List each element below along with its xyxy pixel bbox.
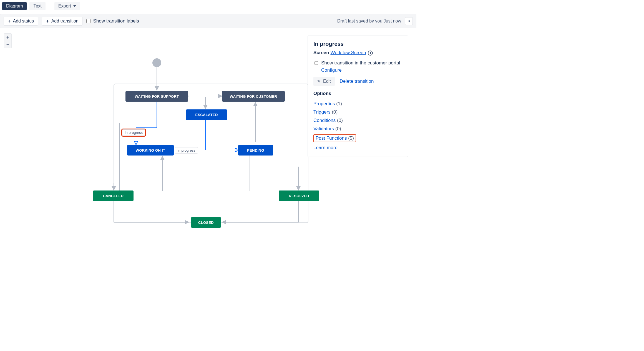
- option-properties: Properties (1): [313, 101, 402, 107]
- plus-icon: +: [46, 19, 49, 23]
- configure-link[interactable]: Configure: [321, 67, 342, 73]
- add-transition-label: Add transition: [51, 19, 79, 24]
- panel-actions: ✎ Edit Delete transition: [313, 77, 402, 86]
- option-learn-more: Learn more: [313, 145, 402, 151]
- add-transition-button[interactable]: + Add transition: [42, 17, 82, 26]
- conditions-link[interactable]: Conditions: [313, 118, 336, 123]
- post-functions-link[interactable]: Post Functions: [316, 136, 347, 141]
- options-heading: Options: [313, 91, 402, 98]
- double-chevron-icon: »: [407, 20, 411, 22]
- tab-diagram[interactable]: Diagram: [2, 2, 27, 10]
- collapse-panel-button[interactable]: »: [405, 17, 413, 25]
- post-functions-highlight: Post Functions (5): [313, 134, 356, 142]
- start-node[interactable]: [152, 58, 161, 67]
- node-working-on-it[interactable]: WORKING ON IT: [127, 145, 174, 156]
- add-status-button[interactable]: + Add status: [4, 17, 38, 26]
- chevron-down-icon: [73, 5, 76, 7]
- edit-label: Edit: [323, 79, 331, 84]
- node-canceled[interactable]: CANCELED: [93, 190, 134, 201]
- draft-status: Draft last saved by you,Just now: [337, 19, 401, 24]
- option-post-functions: Post Functions (5): [313, 134, 402, 142]
- transition-label-in-progress-selected[interactable]: In progress: [122, 129, 145, 136]
- add-status-label: Add status: [13, 19, 34, 24]
- options-list: Properties (1) Triggers (0) Conditions (…: [313, 101, 402, 151]
- node-waiting-for-customer[interactable]: WAITING FOR CUSTOMER: [222, 91, 285, 102]
- edit-button[interactable]: ✎ Edit: [313, 77, 335, 86]
- plus-icon: +: [8, 19, 11, 23]
- option-triggers: Triggers (0): [313, 109, 402, 115]
- node-closed[interactable]: CLOSED: [191, 217, 221, 228]
- option-validators: Validators (0): [313, 126, 402, 132]
- validators-count: (0): [335, 126, 341, 131]
- option-conditions: Conditions (0): [313, 118, 402, 123]
- node-waiting-for-support[interactable]: WAITING FOR SUPPORT: [125, 91, 188, 102]
- tab-export[interactable]: Export: [54, 2, 80, 10]
- triggers-link[interactable]: Triggers: [313, 109, 331, 115]
- conditions-count: (0): [337, 118, 343, 123]
- post-functions-count: (5): [348, 136, 354, 141]
- tab-text[interactable]: Text: [29, 2, 45, 10]
- delete-transition-link[interactable]: Delete transition: [340, 79, 374, 84]
- pencil-icon: ✎: [317, 79, 321, 84]
- learn-more-link[interactable]: Learn more: [313, 145, 338, 150]
- triggers-count: (0): [332, 109, 338, 115]
- show-labels-text: Show transition labels: [93, 18, 139, 24]
- transition-label-in-progress[interactable]: In progress: [175, 147, 198, 154]
- properties-link[interactable]: Properties: [313, 101, 335, 106]
- show-in-portal-checkbox[interactable]: [315, 61, 318, 65]
- info-icon[interactable]: i: [368, 51, 373, 56]
- panel-title: In progress: [313, 41, 402, 47]
- show-portal-text: Show transition in the customer portal: [321, 60, 400, 66]
- show-labels-checkbox[interactable]: [86, 19, 91, 23]
- show-transition-labels-toggle[interactable]: Show transition labels: [86, 18, 139, 24]
- properties-count: (1): [336, 101, 342, 106]
- toolbar: + Add status + Add transition Show trans…: [0, 14, 416, 28]
- validators-link[interactable]: Validators: [313, 126, 334, 131]
- view-tabs: Diagram Text Export: [0, 0, 416, 12]
- screen-row: Screen Workflow Screen i: [313, 50, 402, 56]
- node-resolved[interactable]: RESOLVED: [279, 190, 319, 201]
- node-escalated[interactable]: ESCALATED: [186, 109, 227, 120]
- tab-export-label: Export: [58, 4, 71, 9]
- show-in-portal-toggle[interactable]: Show transition in the customer portal C…: [313, 59, 402, 74]
- screen-label: Screen: [313, 50, 329, 55]
- transition-detail-panel: In progress Screen Workflow Screen i Sho…: [308, 36, 408, 157]
- screen-link[interactable]: Workflow Screen: [330, 50, 366, 55]
- node-pending[interactable]: PENDING: [238, 145, 273, 156]
